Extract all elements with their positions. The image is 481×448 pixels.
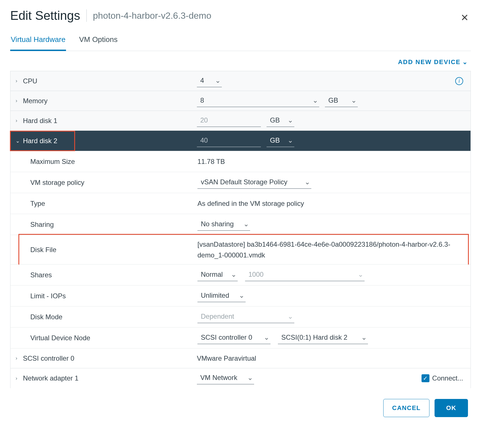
chevron-down-icon: ⌄ [264, 333, 269, 341]
add-new-device-label: ADD NEW DEVICE⌄ [398, 58, 468, 65]
dialog-title: Edit Settings [10, 9, 80, 23]
chevron-down-icon: ⌄ [239, 291, 244, 299]
chevron-down-icon: ⌄ [312, 96, 318, 104]
hd2-type: Type As defined in the VM storage policy [10, 193, 471, 214]
edit-settings-dialog: ✕ Edit Settings photon-4-harbor-v2.6.3-d… [0, 0, 481, 426]
add-new-device[interactable]: ADD NEW DEVICE⌄ [10, 54, 471, 71]
disk-file-value: [vsanDatastore] ba3b1464-6981-64ce-4e6e-… [197, 239, 464, 260]
chevron-right-icon: › [16, 118, 23, 124]
sharing-label: Sharing [30, 221, 197, 229]
policy-label: VM storage policy [30, 179, 197, 187]
connect-checkbox-group[interactable]: ✓ Connect... [422, 374, 463, 382]
row-memory[interactable]: ›Memory 8⌄ GB⌄ [10, 91, 471, 111]
hardware-grid: ›CPU 4⌄ i ›Memory 8⌄ GB⌄ ›Hard disk 1 20… [10, 71, 471, 388]
row-network-adapter-1[interactable]: ›Network adapter 1 VM Network⌄ ✓ Connect… [10, 368, 471, 388]
chevron-down-icon: ⌄ [288, 116, 293, 124]
max-size-value: 11.78 TB [197, 158, 464, 166]
disk-mode-select[interactable]: Dependent⌄ [197, 311, 294, 323]
chevron-down-icon: ⌄ [231, 271, 237, 278]
chevron-right-icon: › [16, 78, 23, 84]
hd2-limit-iops: Limit - IOPs Unlimited⌄ [10, 286, 471, 307]
chevron-right-icon: › [16, 98, 23, 104]
connect-label: Connect... [432, 374, 463, 382]
node-label: Virtual Device Node [30, 334, 197, 342]
memory-value-select[interactable]: 8⌄ [197, 95, 319, 107]
hd2-disk-file: Disk File [vsanDatastore] ba3b1464-6981-… [10, 235, 471, 265]
memory-label: Memory [23, 97, 48, 105]
row-hard-disk-1[interactable]: ›Hard disk 1 20 GB⌄ [10, 111, 471, 131]
limit-label: Limit - IOPs [30, 292, 197, 300]
memory-unit-select[interactable]: GB⌄ [325, 95, 358, 107]
chevron-down-icon: ⌄ [288, 312, 293, 320]
hd2-unit-select[interactable]: GB⌄ [267, 135, 294, 147]
hd1-label: Hard disk 1 [23, 117, 57, 125]
chevron-down-icon: ⌄ [288, 136, 293, 144]
hd2-storage-policy: VM storage policy vSAN Default Storage P… [10, 172, 471, 193]
type-value: As defined in the VM storage policy [197, 200, 464, 208]
hd2-sharing: Sharing No sharing⌄ [10, 214, 471, 235]
tab-vm-options[interactable]: VM Options [78, 32, 118, 51]
scsi0-value: VMware Paravirtual [197, 354, 464, 362]
hd1-size-input[interactable]: 20 [197, 115, 261, 127]
dialog-header: Edit Settings photon-4-harbor-v2.6.3-dem… [10, 9, 471, 23]
checkbox-checked-icon[interactable]: ✓ [422, 374, 429, 382]
row-scsi-controller-0[interactable]: ›SCSI controller 0 VMware Paravirtual [10, 348, 471, 368]
disk-file-label: Disk File [30, 246, 197, 254]
ok-button[interactable]: OK [435, 399, 468, 417]
tab-virtual-hardware[interactable]: Virtual Hardware [10, 32, 66, 51]
network-select[interactable]: VM Network⌄ [197, 372, 254, 384]
tab-bar: Virtual Hardware VM Options [10, 32, 471, 51]
limit-iops-select[interactable]: Unlimited⌄ [197, 290, 246, 302]
hd2-shares: Shares Normal⌄ 1000⌄ [10, 265, 471, 286]
chevron-down-icon: ⌄ [351, 96, 357, 104]
row-cpu[interactable]: ›CPU 4⌄ i [10, 71, 471, 91]
hd2-size-input[interactable]: 40 [197, 135, 261, 147]
chevron-right-icon: › [16, 355, 23, 361]
storage-policy-select[interactable]: vSAN Default Storage Policy⌄ [197, 176, 311, 189]
hd2-maximum-size: Maximum Size 11.78 TB [10, 151, 471, 172]
cpu-select[interactable]: 4⌄ [197, 75, 222, 87]
close-icon[interactable]: ✕ [461, 12, 469, 23]
chevron-down-icon: ⌄ [215, 77, 221, 84]
hd2-disk-mode: Disk Mode Dependent⌄ [10, 307, 471, 327]
hd1-unit-select[interactable]: GB⌄ [267, 115, 294, 127]
cancel-button[interactable]: CANCEL [383, 399, 429, 417]
controller-select[interactable]: SCSI controller 0⌄ [197, 332, 271, 344]
chevron-down-icon: ⌄ [462, 58, 468, 65]
scsi-slot-select[interactable]: SCSI(0:1) Hard disk 2⌄ [278, 332, 368, 344]
hd2-label: Hard disk 2 [23, 137, 57, 145]
shares-level-select[interactable]: Normal⌄ [197, 269, 238, 281]
scsi0-label: SCSI controller 0 [23, 354, 74, 362]
chevron-down-icon: ⌄ [16, 138, 23, 144]
dialog-footer: CANCEL OK [10, 388, 471, 417]
vm-name: photon-4-harbor-v2.6.3-demo [93, 10, 211, 21]
header-divider [86, 9, 87, 22]
net1-label: Network adapter 1 [23, 374, 78, 382]
chevron-right-icon: › [16, 375, 23, 381]
hd2-virtual-device-node: Virtual Device Node SCSI controller 0⌄ S… [10, 327, 471, 348]
shares-label: Shares [30, 271, 197, 279]
shares-value-select[interactable]: 1000⌄ [245, 269, 365, 281]
chevron-down-icon: ⌄ [243, 220, 249, 228]
row-hard-disk-2[interactable]: ⌄Hard disk 2 40 GB⌄ [10, 131, 471, 151]
type-label: Type [30, 200, 197, 208]
chevron-down-icon: ⌄ [247, 374, 253, 382]
chevron-down-icon: ⌄ [361, 333, 367, 341]
cpu-label: CPU [23, 77, 37, 85]
chevron-down-icon: ⌄ [305, 178, 310, 186]
max-size-label: Maximum Size [30, 158, 197, 166]
sharing-select[interactable]: No sharing⌄ [197, 218, 250, 231]
chevron-down-icon: ⌄ [358, 271, 363, 278]
info-icon[interactable]: i [455, 77, 463, 85]
mode-label: Disk Mode [30, 313, 197, 321]
